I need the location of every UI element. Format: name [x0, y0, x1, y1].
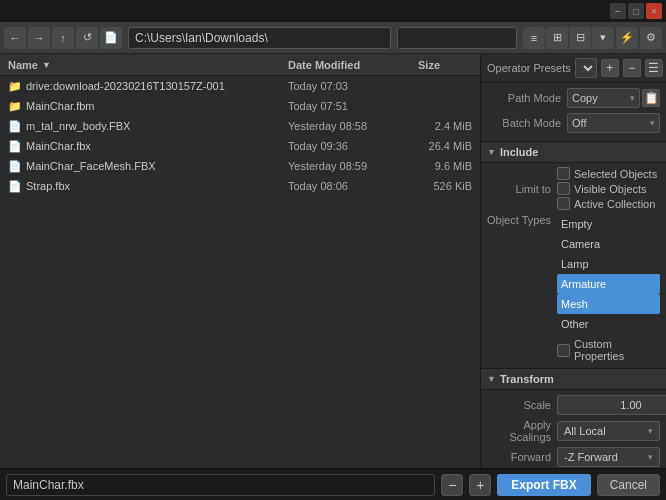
list-view-button[interactable]: ≡	[523, 27, 545, 49]
file-type-icon: 📁	[8, 100, 22, 113]
view-more-button[interactable]: ▾	[592, 27, 614, 49]
bookmark-button[interactable]: 📄	[100, 27, 122, 49]
filename-input[interactable]	[6, 474, 435, 496]
settings-button[interactable]: ⚙	[640, 27, 662, 49]
path-mode-label: Path Mode	[487, 92, 567, 104]
file-type-icon: 📁	[8, 80, 22, 93]
object-types-label: Object Types	[487, 214, 557, 226]
file-date-cell: Today 07:03	[280, 80, 410, 92]
path-mode-chevron-icon: ▾	[630, 93, 635, 103]
object-type-item[interactable]: Mesh	[557, 294, 660, 314]
file-name-text: MainChar.fbm	[26, 100, 94, 112]
file-name-cell: 📄 Strap.fbx	[0, 180, 280, 193]
file-name-cell: 📁 MainChar.fbm	[0, 100, 280, 113]
operator-presets-label: Operator Presets	[487, 62, 571, 74]
minimize-button[interactable]: −	[610, 3, 626, 19]
custom-properties-label: Custom Properties	[574, 338, 660, 362]
close-button[interactable]: ×	[646, 3, 662, 19]
limit-to-row: Limit to Selected Objects Visible Object…	[487, 167, 660, 210]
forward-dropdown[interactable]: -Z Forward ▾	[557, 447, 660, 467]
file-date-cell: Today 08:06	[280, 180, 410, 192]
top-toolbar: ← → ↑ ↺ 📄 ≡ ⊞ ⊟ ▾ ⚡ ⚙	[0, 22, 666, 54]
file-panel: Name ▼ Date Modified Size 📁 drive:downlo…	[0, 54, 480, 468]
object-type-item[interactable]: Armature	[557, 274, 660, 294]
file-name-cell: 📁 drive:download-20230216T130157Z-001	[0, 80, 280, 93]
include-section-header[interactable]: ▼ Include	[481, 141, 666, 163]
selected-objects-checkbox[interactable]	[557, 167, 570, 180]
path-mode-row: Path Mode Copy ▾ 📋	[487, 87, 660, 109]
path-mode-extra-button[interactable]: 📋	[642, 89, 660, 107]
file-size-cell: 2.4 MiB	[410, 120, 480, 132]
batch-mode-text: Off	[572, 117, 586, 129]
maximize-button[interactable]: □	[628, 3, 644, 19]
visible-objects-checkbox[interactable]	[557, 182, 570, 195]
object-type-item[interactable]: Other	[557, 314, 660, 334]
batch-mode-value[interactable]: Off ▾	[567, 113, 660, 133]
file-name-cell: 📄 MainChar.fbx	[0, 140, 280, 153]
grid-view-button[interactable]: ⊞	[546, 27, 568, 49]
file-list-header: Name ▼ Date Modified Size	[0, 54, 480, 76]
scale-input[interactable]	[557, 395, 666, 415]
up-button[interactable]: ↑	[52, 27, 74, 49]
file-item[interactable]: 📄 MainChar_FaceMesh.FBX Yesterday 08:59 …	[0, 156, 480, 176]
custom-properties-checkbox-row[interactable]: Custom Properties	[557, 338, 660, 362]
file-item[interactable]: 📁 drive:download-20230216T130157Z-001 To…	[0, 76, 480, 96]
operator-presets-select[interactable]	[575, 58, 597, 78]
visible-objects-row[interactable]: Visible Objects	[557, 182, 660, 195]
apply-scalings-value: All Local	[564, 425, 606, 437]
column-size[interactable]: Size	[410, 59, 480, 71]
active-collection-label: Active Collection	[574, 198, 655, 210]
file-date-cell: Today 07:51	[280, 100, 410, 112]
custom-properties-row[interactable]: Custom Properties	[487, 338, 660, 362]
column-name[interactable]: Name ▼	[0, 59, 280, 71]
file-name-text: drive:download-20230216T130157Z-001	[26, 80, 225, 92]
custom-properties-checkbox[interactable]	[557, 344, 570, 357]
file-name-cell: 📄 MainChar_FaceMesh.FBX	[0, 160, 280, 173]
filter-button[interactable]: ⚡	[616, 27, 638, 49]
batch-mode-row: Batch Mode Off ▾	[487, 112, 660, 134]
file-type-icon: 📄	[8, 160, 22, 173]
file-name-text: MainChar.fbx	[26, 140, 91, 152]
object-type-item[interactable]: Empty	[557, 214, 660, 234]
transform-section: Scale Apply Scalings All Local ▾ Forward…	[481, 390, 666, 468]
apply-scalings-dropdown[interactable]: All Local ▾	[557, 421, 660, 441]
export-button[interactable]: Export FBX	[497, 474, 590, 496]
apply-scalings-chevron-icon: ▾	[648, 426, 653, 436]
plus-button[interactable]: +	[469, 474, 491, 496]
object-types-list: EmptyCameraLampArmatureMeshOther	[557, 214, 660, 334]
include-label: Include	[500, 146, 539, 158]
minus-button[interactable]: −	[441, 474, 463, 496]
file-name-text: MainChar_FaceMesh.FBX	[26, 160, 156, 172]
file-size-cell: 26.4 MiB	[410, 140, 480, 152]
file-item[interactable]: 📄 m_tal_nrw_body.FBX Yesterday 08:58 2.4…	[0, 116, 480, 136]
forward-button[interactable]: →	[28, 27, 50, 49]
apply-scalings-row: Apply Scalings All Local ▾	[487, 419, 660, 443]
file-size-cell: 526 KiB	[410, 180, 480, 192]
refresh-button[interactable]: ↺	[76, 27, 98, 49]
file-item[interactable]: 📁 MainChar.fbm Today 07:51	[0, 96, 480, 116]
scale-label: Scale	[487, 399, 557, 411]
path-mode-value[interactable]: Copy ▾	[567, 88, 640, 108]
include-section: Limit to Selected Objects Visible Object…	[481, 163, 666, 368]
path-batch-section: Path Mode Copy ▾ 📋 Batch Mode Off ▾	[481, 83, 666, 141]
path-input[interactable]	[128, 27, 391, 49]
column-date[interactable]: Date Modified	[280, 59, 410, 71]
file-item[interactable]: 📄 MainChar.fbx Today 09:36 26.4 MiB	[0, 136, 480, 156]
object-type-item[interactable]: Camera	[557, 234, 660, 254]
forward-label: Forward	[487, 451, 557, 463]
file-item[interactable]: 📄 Strap.fbx Today 08:06 526 KiB	[0, 176, 480, 196]
transform-section-header[interactable]: ▼ Transform	[481, 368, 666, 390]
active-collection-row[interactable]: Active Collection	[557, 197, 660, 210]
file-type-icon: 📄	[8, 180, 22, 193]
selected-objects-row[interactable]: Selected Objects	[557, 167, 660, 180]
details-view-button[interactable]: ⊟	[569, 27, 591, 49]
add-preset-button[interactable]: +	[601, 59, 619, 77]
forward-value: -Z Forward	[564, 451, 618, 463]
object-type-item[interactable]: Lamp	[557, 254, 660, 274]
search-input[interactable]	[397, 27, 517, 49]
remove-preset-button[interactable]: −	[623, 59, 641, 77]
back-button[interactable]: ←	[4, 27, 26, 49]
cancel-button[interactable]: Cancel	[597, 474, 660, 496]
preset-menu-button[interactable]: ☰	[645, 59, 663, 77]
active-collection-checkbox[interactable]	[557, 197, 570, 210]
